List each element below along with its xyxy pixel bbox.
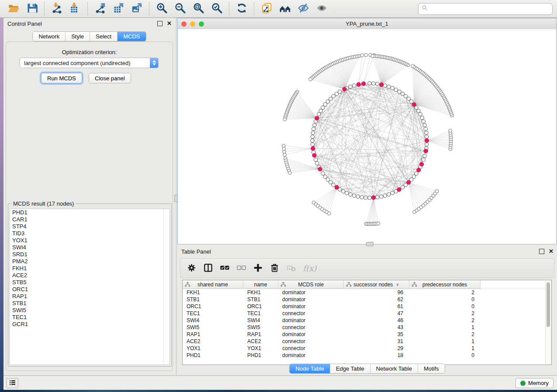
table-toolbar: f(x) bbox=[180, 258, 554, 278]
network-canvas[interactable] bbox=[178, 29, 556, 244]
export-table-button[interactable] bbox=[109, 1, 128, 16]
table-row[interactable]: SWI5SWI5connector431 bbox=[183, 324, 551, 331]
select-all-columns-icon bbox=[220, 263, 230, 274]
table-panel-title: Table Panel bbox=[181, 248, 211, 255]
result-node-item[interactable]: PMA2 bbox=[10, 258, 170, 265]
first-neighbors-button[interactable] bbox=[276, 1, 294, 16]
tab-motifs[interactable]: Motifs bbox=[418, 364, 445, 373]
add-column-button[interactable] bbox=[251, 261, 265, 275]
show-all-button[interactable] bbox=[312, 1, 331, 16]
import-network-button[interactable] bbox=[48, 1, 66, 16]
select-all-columns-button[interactable] bbox=[218, 261, 232, 275]
float-table-panel-icon[interactable] bbox=[539, 249, 544, 254]
run-mcds-button[interactable]: Run MCDS bbox=[41, 73, 82, 83]
cell-shared-name: SWI4 bbox=[183, 317, 243, 324]
search-box[interactable] bbox=[418, 3, 553, 15]
optimization-criterion-label: Optimization criterion: bbox=[3, 49, 175, 55]
result-node-item[interactable]: YOX1 bbox=[10, 237, 170, 244]
save-session-button[interactable] bbox=[23, 1, 41, 16]
delete-column-button[interactable] bbox=[268, 261, 281, 275]
tab-mcds[interactable]: MCDS bbox=[117, 32, 145, 41]
column-header-name[interactable]: name bbox=[243, 280, 278, 289]
result-node-item[interactable]: GCR1 bbox=[10, 321, 170, 328]
cell-MCDS-role: dominator bbox=[278, 296, 344, 303]
table-row[interactable]: FKH1FKH1dominator962 bbox=[183, 289, 551, 296]
mcds-result-list[interactable]: PHD1CAR1STP4TID3YOX1SWI4SRD1PMA2FKH1ACE2… bbox=[10, 209, 170, 365]
criterion-dropdown[interactable]: largest connected component (undirected) bbox=[20, 58, 159, 68]
table-row[interactable]: ORC1ORC1dominator610 bbox=[183, 303, 551, 310]
result-node-item[interactable]: ACE2 bbox=[10, 272, 170, 279]
tab-style[interactable]: Style bbox=[65, 32, 90, 41]
network-window-title: YPA_prune.txt_1 bbox=[178, 21, 556, 27]
memory-button[interactable]: Memory bbox=[515, 378, 554, 388]
column-label: shared name bbox=[197, 282, 228, 288]
table-row[interactable]: TEC1TEC1connector472 bbox=[183, 310, 551, 317]
toggle-columns-button[interactable] bbox=[201, 261, 215, 275]
close-table-panel-icon[interactable]: ✕ bbox=[549, 249, 554, 254]
import-table-button[interactable] bbox=[66, 1, 84, 16]
result-node-item[interactable]: RAP1 bbox=[10, 293, 170, 300]
first-neighbors-icon bbox=[279, 2, 291, 15]
settings-gear-button[interactable] bbox=[185, 261, 198, 275]
table-body: FKH1FKH1dominator962STB1STB1dominator620… bbox=[183, 289, 551, 359]
result-node-item[interactable]: TEC1 bbox=[10, 314, 170, 321]
result-node-item[interactable]: SRD1 bbox=[10, 251, 170, 258]
cell-MCDS-role: dominator bbox=[278, 317, 344, 324]
result-node-item[interactable]: ORC1 bbox=[10, 286, 170, 293]
tab-network[interactable]: Network bbox=[33, 32, 65, 41]
result-node-item[interactable]: STP4 bbox=[10, 223, 170, 230]
table-scrollbar-thumb[interactable] bbox=[547, 282, 550, 327]
column-header-predecessor-nodes[interactable]: predecessor nodes bbox=[409, 280, 481, 289]
deselect-all-columns-button[interactable] bbox=[235, 261, 248, 275]
table-row[interactable]: SWI4SWI4dominator462 bbox=[183, 317, 551, 324]
column-header-successor-nodes[interactable]: successor nodes∨ bbox=[344, 280, 409, 289]
column-header-shared-name[interactable]: shared name bbox=[183, 280, 243, 289]
tab-edge-table[interactable]: Edge Table bbox=[330, 364, 370, 373]
table-row[interactable]: YOX1YOX1connector291 bbox=[183, 345, 551, 352]
close-panel-icon[interactable]: ✕ bbox=[167, 21, 172, 26]
column-label: predecessor nodes bbox=[422, 282, 467, 288]
toolbar-separator bbox=[149, 2, 149, 15]
tab-network-table[interactable]: Network Table bbox=[370, 364, 418, 373]
desktop-wallpaper-left bbox=[0, 18, 3, 390]
result-node-item[interactable]: STB5 bbox=[10, 279, 170, 286]
zoom-selected-button[interactable] bbox=[208, 1, 226, 16]
result-node-item[interactable]: CAR1 bbox=[10, 216, 170, 223]
status-menu-button[interactable] bbox=[6, 378, 18, 388]
cell-predecessor-nodes: 1 bbox=[409, 338, 481, 345]
cell-name: FKH1 bbox=[243, 289, 278, 296]
hide-selected-button[interactable] bbox=[294, 1, 312, 16]
result-node-item[interactable]: FKH1 bbox=[10, 265, 170, 272]
table-scrollbar[interactable] bbox=[545, 281, 551, 364]
network-window-titlebar[interactable]: YPA_prune.txt_1 bbox=[178, 18, 556, 30]
search-input[interactable] bbox=[429, 5, 549, 13]
table-row[interactable]: PHD1PHD1dominator180 bbox=[183, 352, 551, 359]
result-node-item[interactable]: PHD1 bbox=[10, 209, 170, 216]
float-panel-icon[interactable] bbox=[157, 21, 163, 26]
zoom-fit-content-button[interactable] bbox=[189, 1, 208, 16]
close-panel-button[interactable]: Close panel bbox=[89, 73, 131, 83]
tab-select[interactable]: Select bbox=[90, 32, 117, 41]
table-row[interactable]: ACE2ACE2connector311 bbox=[183, 338, 551, 345]
export-image-button[interactable] bbox=[128, 1, 146, 16]
zoom-in-button[interactable] bbox=[152, 1, 171, 16]
result-node-item[interactable]: TID3 bbox=[10, 230, 170, 237]
export-image-icon bbox=[131, 2, 143, 15]
result-node-item[interactable]: SWI5 bbox=[10, 307, 170, 314]
delete-table-icon bbox=[286, 263, 296, 274]
result-node-item[interactable]: SWI4 bbox=[10, 244, 170, 251]
result-node-item[interactable]: STB1 bbox=[10, 300, 170, 307]
add-column-icon bbox=[253, 263, 263, 274]
table-row[interactable]: RAP1RAP1dominator352 bbox=[183, 331, 551, 338]
refresh-view-button[interactable] bbox=[232, 1, 251, 16]
zoom-out-button[interactable] bbox=[171, 1, 189, 16]
cell-MCDS-role: connector bbox=[278, 338, 344, 345]
open-file-button[interactable] bbox=[4, 1, 23, 16]
zoom-fit-content-icon bbox=[193, 2, 204, 15]
clone-network-button[interactable] bbox=[257, 1, 276, 16]
export-network-button[interactable] bbox=[91, 1, 109, 16]
result-list-scrollbar[interactable] bbox=[163, 209, 170, 364]
tab-node-table[interactable]: Node Table bbox=[290, 364, 330, 373]
column-header-MCDS-role[interactable]: MCDS role bbox=[278, 280, 344, 289]
table-row[interactable]: STB1STB1dominator620 bbox=[183, 296, 551, 303]
